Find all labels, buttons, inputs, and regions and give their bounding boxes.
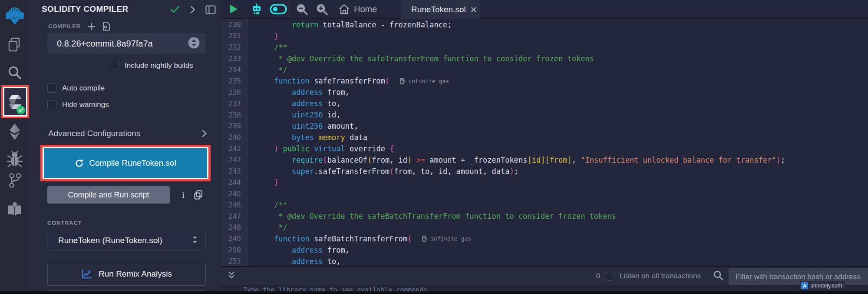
line-number[interactable]: 239 [221, 122, 246, 130]
sidebar-item-solidity-compiler[interactable] [3, 87, 27, 117]
code-line[interactable]: 231 } [221, 30, 868, 42]
run-script-play-button[interactable] [221, 4, 246, 14]
sidebar-item-search[interactable] [0, 63, 30, 82]
code-token [256, 99, 292, 108]
run-analysis-button[interactable]: Run Remix Analysis [47, 262, 206, 286]
line-number[interactable]: 247 [221, 212, 246, 220]
line-number[interactable]: 234 [221, 66, 246, 74]
compiler-config-file-icon[interactable] [102, 22, 110, 31]
hide-warnings-checkbox[interactable] [47, 100, 56, 109]
line-number[interactable]: 249 [221, 234, 246, 243]
code-line[interactable]: 247 * @dev Override the safeBatchTransfe… [221, 210, 868, 222]
transaction-filter-input[interactable] [729, 268, 868, 286]
code-token [256, 43, 274, 52]
line-number[interactable]: 245 [221, 190, 246, 198]
code-line[interactable]: 236 address from, [221, 87, 868, 98]
line-number[interactable]: 242 [221, 156, 246, 164]
ai-copilot-button[interactable] [246, 3, 267, 15]
activity-bar [0, 0, 30, 294]
line-number[interactable]: 243 [221, 167, 246, 175]
advanced-configurations-toggle[interactable]: Advanced Configurations [48, 129, 207, 138]
compiler-version-select[interactable]: 0.8.26+commit.8a97fa7a [47, 33, 206, 54]
sidebar-item-deploy-run[interactable] [0, 122, 30, 141]
code-line[interactable]: 240 bytes memory data [221, 132, 868, 143]
line-number[interactable]: 231 [221, 32, 246, 40]
zoom-in-button[interactable] [312, 3, 332, 15]
code-line[interactable]: 232 /** [221, 42, 868, 53]
code-token [278, 144, 283, 153]
code-line[interactable]: 248 */ [221, 222, 868, 233]
code-line[interactable]: 234 */ [221, 64, 868, 76]
code-token [256, 178, 274, 187]
line-number[interactable]: 246 [221, 201, 246, 209]
code-line[interactable]: 230 return totalBalance - frozenBalance; [221, 19, 868, 30]
contract-select[interactable]: RuneToken (RuneToken.sol) [47, 230, 206, 251]
add-compiler-icon[interactable] [88, 23, 96, 30]
code-line[interactable]: 239 uint256 amount, [221, 120, 868, 132]
code-token [314, 133, 318, 142]
zoom-out-button[interactable] [292, 3, 312, 15]
compile-and-run-button[interactable]: Compile and Run script [47, 186, 170, 204]
code-token: super [292, 167, 314, 176]
code-editor[interactable]: 230 return totalBalance - frozenBalance;… [221, 19, 868, 266]
expand-terminal-button[interactable] [228, 271, 235, 281]
compile-button[interactable]: Compile RuneToken.sol [44, 148, 207, 178]
line-number[interactable]: 248 [221, 223, 246, 231]
line-number[interactable]: 240 [221, 133, 246, 141]
line-number[interactable]: 251 [221, 257, 246, 265]
home-tab[interactable]: Home [339, 4, 377, 14]
sidebar-item-file-explorer[interactable] [0, 36, 30, 54]
code-token [256, 133, 292, 142]
sidebar-item-learneth[interactable] [0, 200, 30, 219]
nightly-builds-checkbox[interactable] [110, 61, 119, 70]
sidebar-item-git[interactable] [0, 171, 30, 190]
code-line[interactable]: 250 address from, [221, 244, 868, 256]
info-icon[interactable]: i [182, 190, 185, 200]
copy-icon[interactable] [194, 190, 203, 200]
code-line[interactable]: 245 [221, 188, 868, 199]
line-number[interactable]: 238 [221, 111, 246, 119]
code-token: address [292, 257, 323, 266]
code-line[interactable]: 238 uint256 id, [221, 109, 868, 120]
code-line[interactable]: 235 function safeTransferFrom(infinite g… [221, 75, 868, 87]
clone-icon [8, 37, 22, 52]
code-token: memory [318, 133, 345, 142]
code-line[interactable]: 243 super.safeTransferFrom(from, to, id,… [221, 166, 868, 177]
auto-compile-checkbox[interactable] [47, 84, 56, 93]
annotation-highlight-compiler-icon [1, 85, 29, 118]
code-line[interactable]: 242 require(balanceOf(from, id) >= amoun… [221, 154, 868, 166]
collapse-panel-icon[interactable] [190, 5, 196, 14]
line-number[interactable]: 244 [221, 178, 246, 187]
code-line[interactable]: 233 * @dev Override the safeTransferFrom… [221, 53, 868, 64]
code-text: /** [256, 43, 287, 52]
copilot-toggle[interactable] [267, 4, 290, 14]
line-number[interactable]: 233 [221, 54, 246, 63]
line-number[interactable]: 230 [221, 20, 246, 29]
code-token: function [274, 77, 310, 85]
code-line[interactable]: 241 ) public virtual override { [221, 143, 868, 154]
remix-logo[interactable] [0, 6, 30, 25]
sidebar-item-debugger[interactable] [0, 150, 30, 169]
code-line[interactable]: 251 address to, [221, 256, 868, 266]
line-number[interactable]: 232 [221, 43, 246, 51]
line-number[interactable]: 237 [221, 100, 246, 108]
code-line[interactable]: 237 address to, [221, 98, 868, 109]
terminal-search-icon[interactable] [713, 270, 723, 282]
line-number[interactable]: 250 [221, 246, 246, 254]
code-line[interactable]: 244 } [221, 177, 868, 188]
code-line[interactable]: 246 /** [221, 199, 868, 210]
line-number[interactable]: 241 [221, 144, 246, 153]
tab-close-icon[interactable]: ✕ [470, 5, 477, 15]
contract-select-value: RuneToken (RuneToken.sol) [58, 236, 162, 245]
line-number[interactable]: 235 [221, 77, 246, 85]
code-line[interactable]: 249 function safeBatchTransferFrom(infin… [221, 233, 868, 244]
tab-runetoken[interactable]: RuneToken.sol ✕ [401, 0, 480, 19]
code-token [256, 144, 274, 153]
book-icon [7, 201, 23, 217]
line-number[interactable]: 236 [221, 88, 246, 97]
code-text: uint256 id, [256, 110, 341, 119]
pin-panel-icon[interactable] [205, 5, 216, 14]
code-text: return totalBalance - frozenBalance; [256, 20, 452, 29]
listen-transactions-checkbox[interactable] [606, 272, 614, 281]
watermark-logo: A [801, 282, 808, 289]
